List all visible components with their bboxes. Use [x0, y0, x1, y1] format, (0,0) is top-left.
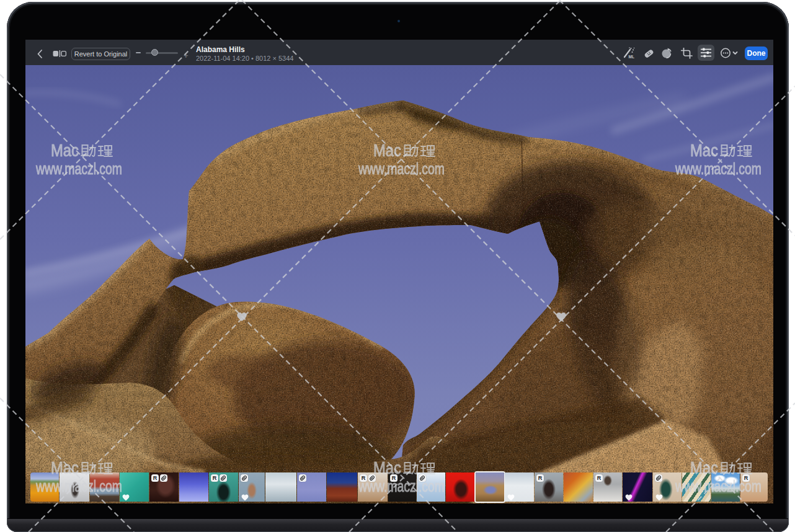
- svg-text:ML: ML: [629, 55, 634, 59]
